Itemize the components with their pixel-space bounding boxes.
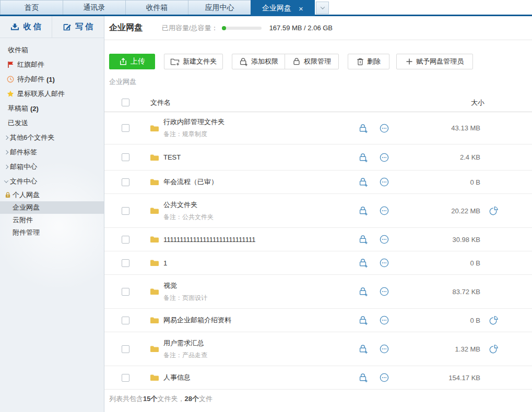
row-checkbox[interactable] <box>122 374 129 382</box>
row-checkbox[interactable] <box>122 236 129 244</box>
select-all-checkbox[interactable] <box>122 99 129 106</box>
tab-contacts[interactable]: 通讯录 <box>63 0 126 15</box>
sidebar-item-personal-drive[interactable]: 个人网盘 <box>0 189 104 201</box>
table-row[interactable]: 行政内部管理文件夹 备注：规章制度 43.13 MB <box>104 112 532 144</box>
upload-icon <box>119 57 127 66</box>
row-checkbox[interactable] <box>122 259 129 267</box>
add-permission-icon[interactable] <box>358 258 368 268</box>
summary-text: 文件 <box>199 395 212 403</box>
file-name[interactable]: 网易企业邮箱介绍资料 <box>163 316 231 325</box>
sidebar-item-cloud-attachments[interactable]: 云附件 <box>0 214 104 226</box>
sidebar-item-inbox[interactable]: 收件箱 <box>0 43 104 57</box>
add-permission-icon[interactable] <box>358 205 368 216</box>
grant-admin-button[interactable]: 赋予网盘管理员 <box>396 54 473 69</box>
tab-enterprise-drive[interactable]: 企业网盘 × <box>251 0 315 16</box>
tab-app-center[interactable]: 应用中心 <box>188 0 251 15</box>
capacity-pie-icon[interactable] <box>489 344 499 354</box>
tab-inbox[interactable]: 收件箱 <box>125 0 188 15</box>
table-row[interactable]: 公共文件夹 备注：公共文件夹 20.22 MB <box>104 194 532 228</box>
file-name[interactable]: 1 <box>163 259 167 267</box>
flag-icon <box>7 61 14 68</box>
sidebar-item-mailbox-center[interactable]: 邮箱中心 <box>0 160 104 174</box>
new-folder-icon <box>170 58 180 66</box>
file-name[interactable]: 行政内部管理文件夹 <box>163 117 224 127</box>
row-checkbox[interactable] <box>122 124 129 132</box>
sidebar-item-flagged-mail[interactable]: 红旗邮件 <box>0 57 104 72</box>
file-size: 43.13 MB <box>451 124 480 132</box>
table-header: 文件名 大小 <box>104 93 532 112</box>
row-checkbox[interactable] <box>122 345 129 353</box>
page-title: 企业网盘 <box>109 22 143 33</box>
add-permission-button[interactable]: 添加权限 <box>232 54 285 69</box>
sidebar-item-other-folders[interactable]: 其他6个文件夹 <box>0 130 104 145</box>
trash-icon <box>357 58 364 66</box>
lock-icon <box>292 57 301 66</box>
add-permission-icon[interactable] <box>358 286 368 297</box>
add-permission-icon[interactable] <box>358 152 368 163</box>
manage-permission-button[interactable]: 权限管理 <box>285 54 339 69</box>
sidebar-item-label: 个人网盘 <box>13 190 40 200</box>
row-checkbox[interactable] <box>122 153 129 161</box>
capacity-pie-icon[interactable] <box>489 206 499 216</box>
row-checkbox[interactable] <box>122 178 129 186</box>
tab-label: 企业网盘 <box>262 4 291 13</box>
sidebar-item-drafts[interactable]: 草稿箱 (2) <box>0 101 104 116</box>
add-permission-icon[interactable] <box>358 177 368 187</box>
breadcrumb[interactable]: 企业网盘 <box>109 77 532 86</box>
tab-home[interactable]: 首页 <box>0 0 63 15</box>
more-actions-icon[interactable] <box>379 177 389 187</box>
row-checkbox[interactable] <box>122 288 129 296</box>
capacity-pie-icon[interactable] <box>489 316 499 325</box>
file-name[interactable]: 年会流程（已审） <box>163 177 218 187</box>
add-permission-icon[interactable] <box>358 372 368 383</box>
table-row[interactable]: 用户需求汇总 备注：产品走查 1.32 MB <box>104 332 532 366</box>
sidebar-item-sent[interactable]: 已发送 <box>0 116 104 130</box>
more-actions-icon[interactable] <box>379 123 389 134</box>
row-checkbox[interactable] <box>122 207 129 215</box>
file-name[interactable]: 人事信息 <box>163 373 191 382</box>
more-actions-icon[interactable] <box>379 205 389 216</box>
more-actions-icon[interactable] <box>379 286 389 297</box>
add-permission-icon[interactable] <box>358 344 368 354</box>
tab-list-dropdown-button[interactable] <box>316 2 329 14</box>
close-icon[interactable]: × <box>299 4 303 13</box>
new-folder-button[interactable]: 新建文件夹 <box>164 54 223 69</box>
sidebar-item-enterprise-drive[interactable]: 企业网盘 <box>0 201 104 214</box>
sidebar-item-starred-contacts-mail[interactable]: 星标联系人邮件 <box>0 87 104 101</box>
sidebar-item-attachment-manager[interactable]: 附件管理 <box>0 226 104 239</box>
add-permission-label: 添加权限 <box>251 57 278 66</box>
sidebar-item-mail-tags[interactable]: 邮件标签 <box>0 145 104 160</box>
upload-button[interactable]: 上传 <box>109 54 155 69</box>
receive-mail-button[interactable]: 收 信 <box>0 16 52 38</box>
file-name[interactable]: 视觉 <box>163 281 207 290</box>
file-name[interactable]: 用户需求汇总 <box>163 338 207 348</box>
sidebar-item-label: 红旗邮件 <box>17 60 44 69</box>
more-actions-icon[interactable] <box>379 315 389 325</box>
add-permission-icon[interactable] <box>358 123 368 134</box>
add-permission-icon[interactable] <box>358 315 368 325</box>
file-name[interactable]: TEST <box>163 153 181 161</box>
more-actions-icon[interactable] <box>379 152 389 163</box>
table-row[interactable]: 年会流程（已审） 0 B <box>104 171 532 194</box>
sidebar-item-file-center[interactable]: 文件中心 <box>0 174 104 189</box>
delete-button[interactable]: 删除 <box>348 54 389 69</box>
more-actions-icon[interactable] <box>379 234 389 245</box>
table-row[interactable]: 网易企业邮箱介绍资料 0 B <box>104 309 532 332</box>
table-row[interactable]: 视觉 备注：页面设计 83.72 KB <box>104 275 532 309</box>
file-name[interactable]: 公共文件夹 <box>163 200 214 210</box>
sidebar-item-todo-mail[interactable]: 待办邮件 (1) <box>0 72 104 87</box>
table-row[interactable]: 人事信息 154.17 KB <box>104 366 532 390</box>
more-actions-icon[interactable] <box>379 258 389 268</box>
table-row[interactable]: 1111111111111111111111111111 30.98 KB <box>104 228 532 251</box>
row-checkbox[interactable] <box>122 317 129 324</box>
more-actions-icon[interactable] <box>379 372 389 383</box>
table-row[interactable]: 1 0 B <box>104 251 532 275</box>
more-actions-icon[interactable] <box>379 344 389 354</box>
table-row[interactable]: TEST 2.4 KB <box>104 144 532 171</box>
file-name[interactable]: 1111111111111111111111111111 <box>163 236 255 244</box>
file-size: 0 B <box>470 317 480 324</box>
plus-icon <box>406 58 413 65</box>
add-permission-icon[interactable] <box>358 234 368 245</box>
compose-mail-button[interactable]: 写 信 <box>52 16 104 38</box>
tab-label: 收件箱 <box>146 3 168 13</box>
